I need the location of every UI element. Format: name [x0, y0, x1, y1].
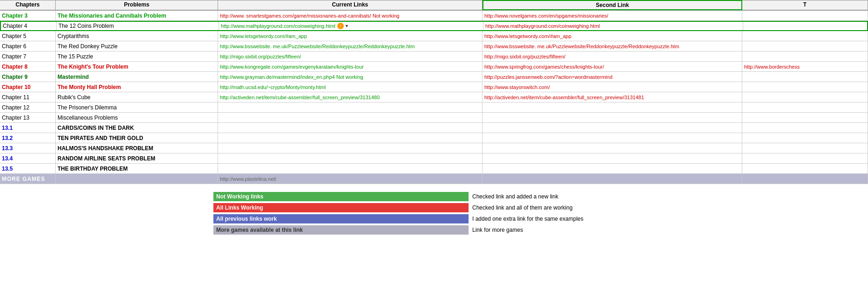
current-link-ch12	[218, 102, 482, 112]
chapter-label-ch7: Chapter 7	[0, 51, 56, 61]
more-games-label: MORE GAMES	[0, 174, 56, 184]
second-link-ch4[interactable]: http://www.mathplayground.com/coinweighi…	[483, 22, 743, 30]
problem-label-ch8: The Knight's Tour Problem	[56, 62, 218, 71]
problem-label-ch11: Rubik's Cube	[56, 92, 218, 102]
legend-desc-2: I added one extra link for the same exam…	[469, 214, 587, 223]
problem-label-ch9: Mastermind	[56, 72, 218, 82]
current-link-ch9[interactable]: http://www.grayman.de/mastermind/index_e…	[218, 72, 482, 82]
second-link-ch11[interactable]: http://activeden.net/item/cube-assembler…	[482, 92, 742, 102]
third-link-ch5	[742, 31, 868, 41]
subrow-link-d-13.4	[482, 153, 742, 163]
row-ch7: Chapter 7The 15 Puzzlehttp://migo.sixbit…	[0, 51, 868, 62]
current-link-ch8[interactable]: http://www.kongregate.com/games/evgenyka…	[218, 62, 482, 71]
subrow-link-d-13.5	[482, 164, 742, 173]
more-games-d	[482, 174, 742, 184]
legend-color-green: Not Working links	[213, 192, 469, 201]
subrow-13.4: 13.4RANDOM AIRLINE SEATS PROBLEM	[0, 153, 868, 164]
subrow-13.3: 13.3HALMOS'S HANDSHAKE PROBLEM	[0, 143, 868, 153]
dropdown-arrow-icon[interactable]: ▼	[345, 24, 349, 28]
problem-label-ch3: The Missionaries and Cannibals Problem	[56, 11, 218, 20]
second-link-ch8[interactable]: http://www.springfrog.com/games/chess/kn…	[482, 62, 742, 71]
subrow-link-c-13.1	[218, 123, 482, 133]
legend-desc-0: Checked link and added a new link	[469, 192, 562, 201]
current-link-ch5[interactable]: http://www.letsgetwordy.com/#am_app	[218, 31, 482, 41]
col-b-header: Problems	[56, 0, 218, 10]
problem-label-ch7: The 15 Puzzle	[56, 51, 218, 61]
third-link-ch12	[742, 102, 868, 112]
col-a-header: Chapters	[0, 0, 56, 10]
subrow-link-c-13.2	[218, 133, 482, 143]
legend-color-gray: More games available at this link	[213, 225, 469, 235]
subrow-link-e-13.2	[742, 133, 868, 143]
subrow-text-13.2: TEN PIRATES AND THEIR GOLD	[56, 133, 218, 143]
chapter-label-ch6: Chapter 6	[0, 41, 56, 51]
row-ch8: Chapter 8The Knight's Tour Problemhttp:/…	[0, 62, 868, 72]
second-link-ch3[interactable]: http://www.novelgames.com/en/spgames/mis…	[482, 11, 742, 20]
third-link-ch13	[742, 113, 868, 122]
subrow-link-d-13.3	[482, 143, 742, 153]
third-link-ch6	[742, 41, 868, 51]
problem-label-ch10: The Monty Hall Problem	[56, 82, 218, 92]
third-link-ch9	[742, 72, 868, 82]
second-link-ch9[interactable]: http://puzzles.janssenweb.com/?action=wo…	[482, 72, 742, 82]
row-ch13: Chapter 13Miscellaneous Problems	[0, 113, 868, 123]
current-link-ch13	[218, 113, 482, 122]
col-c-header: Current Links	[218, 0, 482, 10]
problem-label-ch13: Miscellaneous Problems	[56, 113, 218, 122]
legend-row-1: All Links WorkingChecked link and all of…	[213, 203, 701, 213]
row-ch6: Chapter 6The Red Donkey Puzzlehttp://www…	[0, 41, 868, 51]
problem-label-ch5: Cryptarithms	[56, 31, 218, 41]
third-link-ch8[interactable]: http://www.borderschess	[742, 62, 868, 71]
subrow-label-13.1: 13.1	[0, 123, 56, 133]
chapter-label-ch12: Chapter 12	[0, 102, 56, 112]
subrow-link-e-13.4	[742, 153, 868, 163]
subrow-13.1: 13.1CARDS/COINS IN THE DARK	[0, 123, 868, 133]
chapter-label-ch5: Chapter 5	[0, 31, 56, 41]
data-rows: Chapter 3The Missionaries and Cannibals …	[0, 11, 868, 123]
row-ch9: Chapter 9Mastermindhttp://www.grayman.de…	[0, 72, 868, 82]
header-row: Chapters Problems Current Links Second L…	[0, 0, 868, 11]
subrow-label-13.2: 13.2	[0, 133, 56, 143]
subrow-text-13.4: RANDOM AIRLINE SEATS PROBLEM	[56, 153, 218, 163]
second-link-ch7[interactable]: http://migo.sixbit.org/puzzles/fifteen/	[482, 51, 742, 61]
row-ch3: Chapter 3The Missionaries and Cannibals …	[0, 11, 868, 21]
subrow-13.2: 13.2TEN PIRATES AND THEIR GOLD	[0, 133, 868, 143]
chapter-label-ch11: Chapter 11	[0, 92, 56, 102]
col-d-header: Second Link	[482, 0, 742, 10]
current-link-ch11[interactable]: http://activeden.net/item/cube-assembler…	[218, 92, 482, 102]
current-link-ch3[interactable]: http://www. smartestgames.com/game/missi…	[218, 11, 482, 20]
legend-section: Not Working linksChecked link and added …	[213, 191, 868, 235]
info-icon[interactable]: !	[337, 23, 344, 29]
legend-row-0: Not Working linksChecked link and added …	[213, 191, 701, 202]
second-link-ch6[interactable]: http://www.bsswebsite. me.uk/Puzzlewebsi…	[482, 41, 742, 51]
subrow-13.5: 13.5THE BIRTHDAY PROBLEM	[0, 164, 868, 174]
subrow-link-c-13.4	[218, 153, 482, 163]
chapter-label-ch10: Chapter 10	[0, 82, 56, 92]
third-link-ch7	[742, 51, 868, 61]
more-games-link[interactable]: http://www.plastelina.net/	[218, 174, 482, 184]
current-link-ch6[interactable]: http://www.bsswebsite. me.uk/Puzzlewebsi…	[218, 41, 482, 51]
more-games-e	[742, 174, 868, 184]
problem-label-ch6: The Red Donkey Puzzle	[56, 41, 218, 51]
row-ch5: Chapter 5Cryptarithmshttp://www.letsgetw…	[0, 31, 868, 41]
current-link-ch4[interactable]: http://www.mathplayground.com/coinweighi…	[219, 22, 483, 30]
row-ch11: Chapter 11Rubik's Cubehttp://activeden.n…	[0, 92, 868, 102]
legend-color-blue: All previous links work	[213, 214, 469, 223]
subrow-text-13.1: CARDS/COINS IN THE DARK	[56, 123, 218, 133]
second-link-ch5[interactable]: http://www.letsgetwordy.com/#am_app	[482, 31, 742, 41]
subrow-link-c-13.3	[218, 143, 482, 153]
subrow-link-d-13.1	[482, 123, 742, 133]
second-link-ch10[interactable]: http://www.stayorswitch.com/	[482, 82, 742, 92]
legend-desc-3: Link for more games	[469, 225, 527, 235]
current-link-ch10[interactable]: http://math.ucsd.edu/~crypto/Monty/monty…	[218, 82, 482, 92]
more-games-row: MORE GAMEShttp://www.plastelina.net/	[0, 174, 868, 184]
current-link-ch7[interactable]: http://migo.sixbit.org/puzzles/fifteen/	[218, 51, 482, 61]
row-ch4: Chapter 4The 12 Coins Problemhttp://www.…	[0, 21, 868, 31]
legend-color-red: All Links Working	[213, 203, 469, 212]
legend-container: Not Working linksChecked link and added …	[213, 191, 701, 235]
row-ch10: Chapter 10The Monty Hall Problemhttp://m…	[0, 82, 868, 92]
third-link-ch3	[742, 11, 868, 20]
more-games-b	[56, 174, 218, 184]
third-link-ch4	[743, 22, 868, 30]
chapter-label-ch4: Chapter 4	[1, 22, 57, 30]
